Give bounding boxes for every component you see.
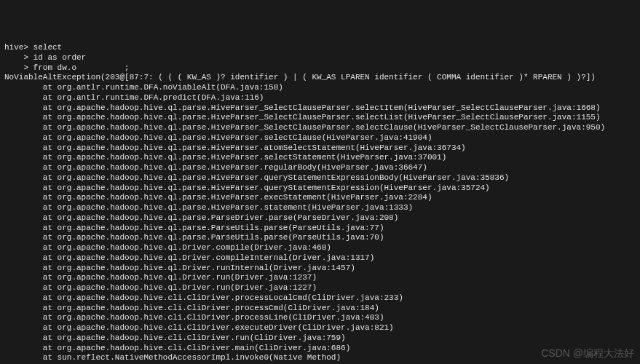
trace-at: at — [43, 344, 58, 352]
trace-at: at — [43, 233, 58, 242]
hive-prompt-line-2: > id as order — [4, 53, 636, 63]
prompt-prefix: hive> — [4, 43, 33, 52]
trace-location: org.apache.hadoop.hive.cli.CliDriver.pro… — [58, 313, 384, 322]
trace-location: org.apache.hadoop.hive.cli.CliDriver.pro… — [58, 304, 379, 312]
trace-location: org.apache.hadoop.hive.ql.Driver.run(Dri… — [58, 283, 317, 292]
stack-frame: at org.apache.hadoop.hive.ql.parse.Parse… — [4, 213, 636, 223]
trace-at: at — [43, 273, 58, 282]
sql-terminator: ; — [76, 63, 130, 72]
trace-location: org.apache.hadoop.hive.ql.parse.HivePars… — [58, 153, 447, 162]
sql-id-as-order: id as order — [33, 53, 87, 62]
stack-frame: at org.apache.hadoop.hive.ql.parse.Parse… — [4, 233, 636, 243]
trace-at: at — [43, 333, 58, 342]
trace-at: at — [43, 113, 58, 122]
hive-prompt-line-1: hive> select — [4, 43, 636, 53]
stack-frame: at org.apache.hadoop.hive.ql.Driver.comp… — [4, 243, 636, 253]
stack-frame: at org.apache.hadoop.hive.cli.CliDriver.… — [4, 344, 636, 354]
stack-frame: at org.apache.hadoop.hive.ql.parse.HiveP… — [4, 193, 636, 203]
trace-location: org.apache.hadoop.hive.ql.parse.HivePars… — [58, 113, 601, 122]
trace-at: at — [43, 83, 58, 92]
trace-at: at — [43, 123, 58, 132]
stack-frame: at org.apache.hadoop.hive.cli.CliDriver.… — [4, 293, 636, 304]
trace-location: org.apache.hadoop.hive.ql.Driver.compile… — [58, 243, 331, 252]
trace-at: at — [43, 163, 58, 172]
stack-frame: at org.apache.hadoop.hive.ql.Driver.comp… — [4, 253, 636, 264]
trace-at: at — [43, 353, 58, 362]
stack-frame: at org.apache.hadoop.hive.ql.parse.HiveP… — [4, 133, 636, 143]
trace-location: org.apache.hadoop.hive.cli.CliDriver.exe… — [58, 323, 394, 332]
stack-frame: at org.apache.hadoop.hive.ql.parse.HiveP… — [4, 153, 636, 163]
stack-frame: at org.apache.hadoop.hive.ql.Driver.runI… — [4, 264, 636, 274]
stack-frame: at org.apache.hadoop.hive.ql.parse.HiveP… — [4, 123, 636, 133]
stack-frame: at org.apache.hadoop.hive.ql.parse.HiveP… — [4, 173, 636, 183]
trace-at: at — [43, 304, 58, 312]
trace-location: org.antlr.runtime.DFA.noViableAlt(DFA.ja… — [58, 83, 283, 92]
trace-location: org.apache.hadoop.hive.cli.CliDriver.mai… — [58, 344, 351, 352]
trace-location: sun.reflect.NativeMethodAccessorImpl.inv… — [58, 353, 341, 362]
trace-location: org.apache.hadoop.hive.cli.CliDriver.pro… — [58, 293, 403, 302]
trace-at: at — [43, 103, 58, 112]
trace-location: org.apache.hadoop.hive.ql.parse.ParseUti… — [58, 223, 384, 232]
stack-frame: at org.antlr.runtime.DFA.predict(DFA.jav… — [4, 93, 636, 103]
trace-at: at — [43, 183, 58, 192]
trace-location: org.apache.hadoop.hive.ql.Driver.compile… — [58, 253, 375, 262]
trace-at: at — [43, 253, 58, 262]
trace-location: org.apache.hadoop.hive.ql.parse.ParseDri… — [58, 213, 399, 222]
terminal-output[interactable]: hive> select > id as order > from dw.o ;… — [4, 43, 636, 364]
trace-at: at — [43, 93, 58, 102]
exception-header: NoViableAltException(203@[87:7: ( ( ( KW… — [4, 73, 636, 83]
sql-from-clause: from dw.o — [33, 63, 76, 72]
prompt-continuation: > — [4, 63, 33, 72]
stack-frame: at sun.reflect.NativeMethodAccessorImpl.… — [4, 353, 636, 363]
stack-frame: at org.apache.hadoop.hive.cli.CliDriver.… — [4, 323, 636, 333]
trace-location: org.apache.hadoop.hive.ql.parse.HivePars… — [58, 163, 427, 172]
trace-at: at — [43, 264, 58, 272]
trace-location: org.apache.hadoop.hive.cli.CliDriver.run… — [58, 333, 346, 342]
trace-at: at — [43, 143, 58, 152]
stack-frame: at org.apache.hadoop.hive.ql.parse.HiveP… — [4, 163, 636, 173]
trace-at: at — [43, 283, 58, 292]
trace-location: org.apache.hadoop.hive.ql.parse.HivePars… — [58, 123, 606, 132]
hive-prompt-line-3: > from dw.o ; — [4, 63, 636, 74]
trace-location: org.apache.hadoop.hive.ql.parse.HivePars… — [58, 183, 490, 192]
trace-location: org.apache.hadoop.hive.ql.Driver.run(Dri… — [58, 273, 317, 282]
trace-at: at — [43, 313, 58, 322]
stack-frame: at org.antlr.runtime.DFA.noViableAlt(DFA… — [4, 83, 636, 93]
stack-frame: at org.apache.hadoop.hive.ql.parse.HiveP… — [4, 113, 636, 123]
trace-at: at — [43, 243, 58, 252]
trace-at: at — [43, 133, 58, 142]
stack-trace: at org.antlr.runtime.DFA.noViableAlt(DFA… — [4, 83, 636, 364]
trace-location: org.apache.hadoop.hive.ql.parse.ParseUti… — [58, 233, 384, 242]
sql-select: select — [33, 43, 63, 52]
stack-frame: at org.apache.hadoop.hive.ql.parse.HiveP… — [4, 183, 636, 194]
prompt-continuation: > — [4, 53, 33, 62]
stack-frame: at org.apache.hadoop.hive.ql.parse.HiveP… — [4, 203, 636, 213]
stack-frame: at org.apache.hadoop.hive.ql.parse.HiveP… — [4, 103, 636, 114]
trace-location: org.apache.hadoop.hive.ql.parse.HivePars… — [58, 133, 432, 142]
stack-frame: at org.apache.hadoop.hive.ql.parse.HiveP… — [4, 143, 636, 154]
stack-frame: at org.apache.hadoop.hive.cli.CliDriver.… — [4, 333, 636, 344]
trace-location: org.apache.hadoop.hive.ql.parse.HivePars… — [58, 203, 413, 212]
stack-frame: at org.apache.hadoop.hive.ql.Driver.run(… — [4, 273, 636, 283]
trace-at: at — [43, 173, 58, 182]
trace-at: at — [43, 293, 58, 302]
trace-location: org.apache.hadoop.hive.ql.parse.HivePars… — [58, 173, 510, 182]
stack-frame: at org.apache.hadoop.hive.ql.Driver.run(… — [4, 283, 636, 293]
trace-at: at — [43, 323, 58, 332]
trace-at: at — [43, 193, 58, 202]
trace-location: org.apache.hadoop.hive.ql.parse.HivePars… — [58, 103, 601, 112]
trace-location: org.apache.hadoop.hive.ql.Driver.runInte… — [58, 264, 355, 272]
trace-location: org.apache.hadoop.hive.ql.parse.HivePars… — [58, 193, 432, 202]
stack-frame: at org.apache.hadoop.hive.cli.CliDriver.… — [4, 304, 636, 314]
trace-at: at — [43, 213, 58, 222]
stack-frame: at org.apache.hadoop.hive.cli.CliDriver.… — [4, 313, 636, 323]
trace-at: at — [43, 203, 58, 212]
trace-location: org.apache.hadoop.hive.ql.parse.HivePars… — [58, 143, 466, 152]
trace-at: at — [43, 153, 58, 162]
stack-frame: at org.apache.hadoop.hive.ql.parse.Parse… — [4, 223, 636, 234]
trace-location: org.antlr.runtime.DFA.predict(DFA.java:1… — [58, 93, 264, 102]
trace-at: at — [43, 223, 58, 232]
